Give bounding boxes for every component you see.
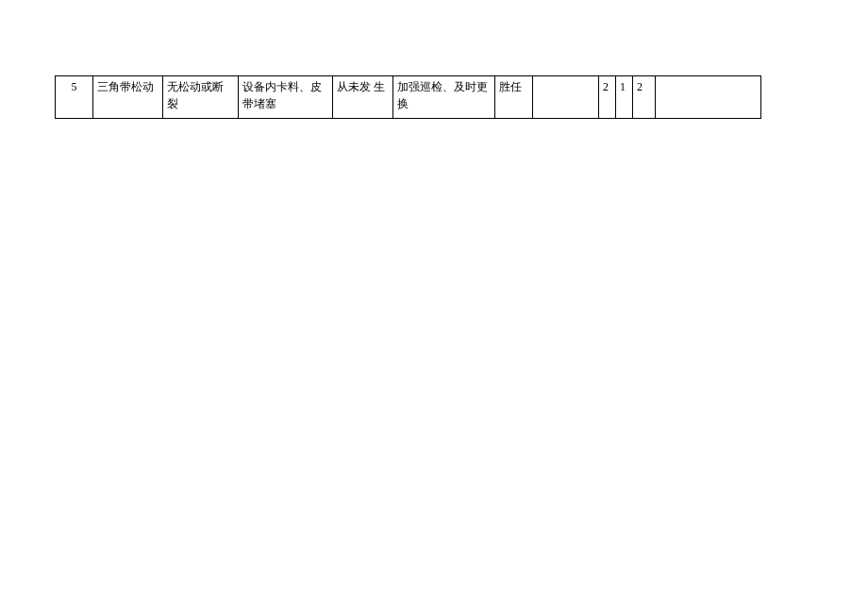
cell-n2: 1 [616, 76, 633, 119]
cell-competence: 胜任 [495, 76, 533, 119]
cell-status: 无松动或断裂 [163, 76, 239, 119]
table-row: 5 三角带松动 无松动或断裂 设备内卡料、皮带堵塞 从未发 生 加强巡检、及时更… [56, 76, 761, 119]
cell-issue: 设备内卡料、皮带堵塞 [239, 76, 333, 119]
cell-index: 5 [56, 76, 93, 119]
cell-item: 三角带松动 [93, 76, 163, 119]
cell-n1: 2 [599, 76, 616, 119]
cell-frequency: 从未发 生 [333, 76, 393, 119]
cell-n3: 2 [633, 76, 656, 119]
document-page: 5 三角带松动 无松动或断裂 设备内卡料、皮带堵塞 从未发 生 加强巡检、及时更… [0, 0, 868, 614]
cell-measure: 加强巡检、及时更换 [393, 76, 495, 119]
cell-blank-1 [533, 76, 599, 119]
data-table: 5 三角带松动 无松动或断裂 设备内卡料、皮带堵塞 从未发 生 加强巡检、及时更… [55, 75, 761, 119]
cell-blank-2 [656, 76, 761, 119]
